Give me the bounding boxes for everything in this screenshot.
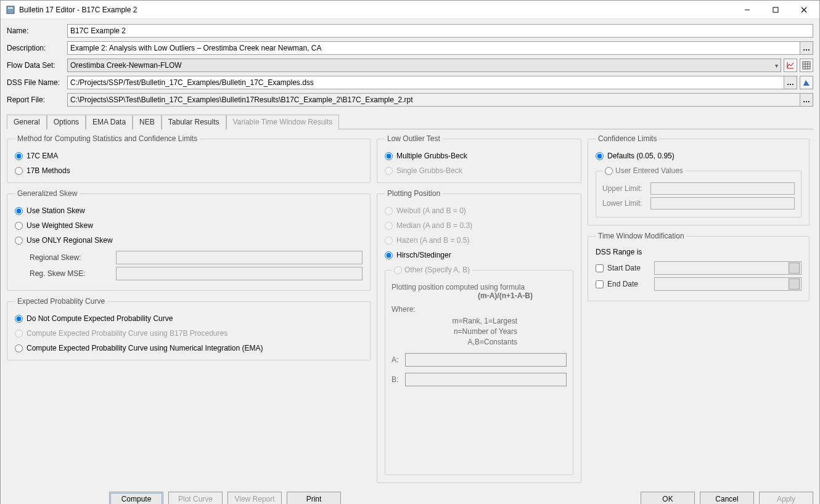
radio-epc-numerical[interactable]: Compute Expected Probability Curve using…: [15, 344, 363, 352]
group-method: Method for Computing Statistics and Conf…: [7, 134, 371, 183]
start-date-picker-button[interactable]: [789, 262, 800, 274]
radio-single-grubbs-beck-label: Single Grubbs-Beck: [396, 166, 462, 175]
radio-regional-skew-input[interactable]: [15, 237, 23, 245]
report-file-wrap: …: [67, 93, 813, 107]
formula-text: (m-A)/(n+1-A-B): [478, 291, 567, 300]
legend-method: Method for Computing Statistics and Conf…: [15, 134, 200, 143]
name-input[interactable]: [67, 24, 813, 38]
ok-button[interactable]: OK: [641, 492, 695, 504]
radio-epc-numerical-input[interactable]: [15, 344, 23, 352]
checkbox-start-date[interactable]: [596, 264, 604, 272]
radio-epc-none-label: Do Not Compute Expected Probability Curv…: [27, 314, 173, 323]
radio-hirsch-stedinger-input[interactable]: [385, 251, 393, 259]
label-start-date: Start Date: [607, 264, 650, 272]
radio-station-skew-input[interactable]: [15, 207, 23, 215]
radio-epc-none[interactable]: Do Not Compute Expected Probability Curv…: [15, 314, 363, 323]
cancel-button[interactable]: Cancel: [700, 492, 754, 504]
svg-rect-0: [7, 6, 14, 14]
end-date-picker-button[interactable]: [789, 278, 800, 290]
distribution-icon-button[interactable]: [800, 76, 813, 89]
radio-defaults[interactable]: Defaults (0.05, 0.95): [596, 152, 802, 160]
svg-rect-6: [803, 62, 810, 69]
radio-hirsch-stedinger[interactable]: Hirsch/Stedinger: [385, 251, 573, 259]
radio-single-grubbs-beck: Single Grubbs-Beck: [385, 166, 573, 175]
radio-epc-numerical-label: Compute Expected Probability Curve using…: [27, 344, 263, 352]
description-wrap: …: [67, 41, 813, 55]
report-file-input[interactable]: [67, 93, 800, 107]
row-end-date: End Date: [596, 277, 802, 291]
tab-tabular-results[interactable]: Tabular Results: [162, 115, 226, 129]
row-regional-skew-value: Regional Skew:: [30, 251, 363, 264]
radio-defaults-label: Defaults (0.05, 0.95): [607, 152, 674, 160]
titlebar: Bulletin 17 Editor - B17C Example 2: [1, 1, 819, 19]
minimize-button[interactable]: [733, 1, 761, 19]
row-description: Description: …: [7, 41, 813, 55]
radio-defaults-input[interactable]: [596, 152, 604, 160]
radio-17b-methods-label: 17B Methods: [27, 166, 70, 175]
legend-confidence-limits: Confidence Limits: [596, 134, 659, 143]
table-icon-button[interactable]: [800, 59, 813, 72]
radio-hazen-label: Hazen (A and B = 0.5): [396, 236, 469, 245]
legend-time-window: Time Window Modification: [596, 232, 687, 240]
group-expected-probability-curve: Expected Probablity Curve Do Not Compute…: [7, 297, 371, 360]
report-file-browse-button[interactable]: …: [800, 93, 813, 107]
radio-weighted-skew-input[interactable]: [15, 222, 23, 230]
window-root: Bulletin 17 Editor - B17C Example 2 Name…: [0, 0, 820, 504]
row-start-date: Start Date: [596, 261, 802, 275]
dss-file-input[interactable]: [67, 76, 784, 89]
plot-icon-button[interactable]: [784, 59, 797, 72]
tab-body-general: Method for Computing Statistics and Conf…: [7, 129, 813, 488]
regional-skew-input: [116, 251, 363, 264]
description-expand-button[interactable]: …: [800, 41, 813, 55]
radio-epc-b17b-input: [15, 330, 23, 338]
plot-curve-button: Plot Curve: [168, 492, 223, 504]
svg-rect-3: [773, 7, 778, 12]
radio-user-values-label: User Entered Values: [615, 166, 683, 175]
radio-weibull-input: [385, 207, 393, 215]
radio-multiple-grubbs-beck[interactable]: Multiple Grubbs-Beck: [385, 152, 573, 160]
radio-epc-none-input[interactable]: [15, 315, 23, 323]
radio-17c-ema-input[interactable]: [15, 152, 23, 160]
row-report-file: Report File: …: [7, 93, 813, 107]
label-flow-data-set: Flow Data Set:: [7, 61, 67, 70]
tab-neb[interactable]: NEB: [133, 115, 162, 129]
checkbox-end-date[interactable]: [596, 280, 604, 288]
radio-user-values-input[interactable]: [605, 167, 613, 175]
label-end-date: End Date: [607, 280, 650, 288]
radio-17b-methods[interactable]: 17B Methods: [15, 166, 363, 175]
app-icon: [6, 5, 15, 15]
close-button[interactable]: [790, 1, 818, 19]
radio-regional-skew[interactable]: Use ONLY Regional Skew: [15, 236, 363, 245]
radio-hirsch-stedinger-label: Hirsch/Stedinger: [396, 251, 451, 259]
button-bar-right: OK Cancel Apply: [641, 492, 813, 504]
radio-weighted-skew[interactable]: Use Weighted Skew: [15, 221, 363, 230]
tab-options[interactable]: Options: [47, 115, 86, 129]
tab-general[interactable]: General: [7, 115, 47, 129]
radio-weibull: Weibull (A and B = 0): [385, 206, 573, 215]
row-dss-file-name: DSS File Name: …: [7, 76, 813, 89]
compute-button[interactable]: Compute: [109, 492, 163, 504]
radio-other-input: [394, 266, 402, 274]
row-name: Name:: [7, 24, 813, 38]
column-1: Method for Computing Statistics and Conf…: [7, 134, 371, 483]
radio-other-label: Other (Specify A, B): [404, 266, 470, 274]
radio-station-skew[interactable]: Use Station Skew: [15, 206, 363, 215]
flow-data-set-select[interactable]: Orestimba Creek-Newman-FLOW ▾: [67, 59, 781, 72]
where-label: Where:: [392, 305, 567, 314]
row-lower-limit: Lower Limit:: [602, 197, 795, 209]
print-button[interactable]: Print: [287, 492, 341, 504]
radio-multiple-grubbs-beck-input[interactable]: [385, 152, 393, 160]
window-title: Bulletin 17 Editor - B17C Example 2: [19, 6, 733, 14]
group-time-window-modification: Time Window Modification DSS Range is St…: [588, 232, 810, 301]
description-input[interactable]: [67, 41, 800, 55]
radio-17b-methods-input[interactable]: [15, 167, 23, 175]
radio-17c-ema[interactable]: 17C EMA: [15, 152, 363, 160]
radio-17c-ema-label: 17C EMA: [27, 152, 58, 160]
legend-epc: Expected Probablity Curve: [15, 297, 107, 306]
radio-weibull-label: Weibull (A and B = 0): [396, 206, 466, 215]
maximize-button[interactable]: [761, 1, 790, 19]
dss-file-browse-button[interactable]: …: [784, 76, 797, 89]
flow-data-set-value: Orestimba Creek-Newman-FLOW: [70, 61, 182, 70]
tab-ema-data[interactable]: EMA Data: [86, 115, 133, 129]
group-plotting-position: Plotting Position Weibull (A and B = 0) …: [377, 189, 581, 483]
